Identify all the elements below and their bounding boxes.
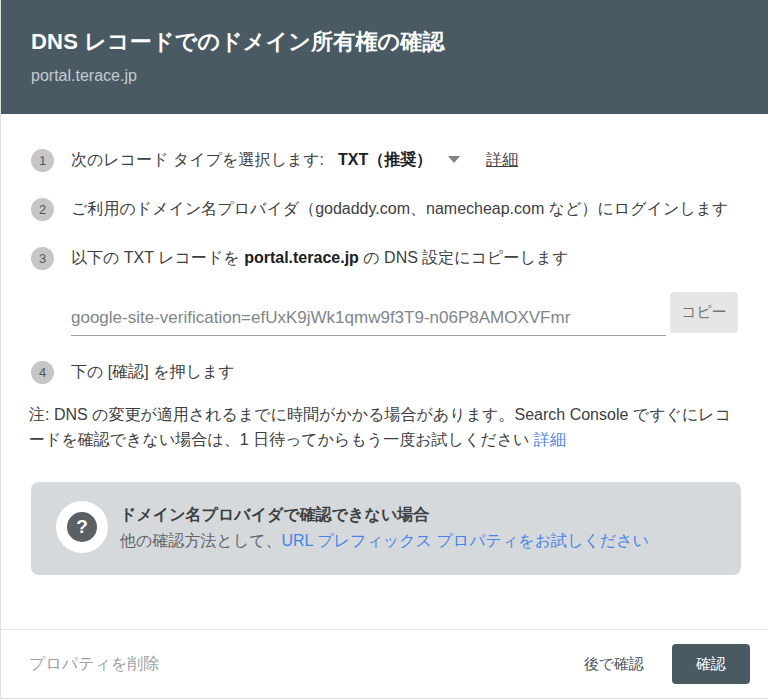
url-prefix-property-link[interactable]: URL プレフィックス プロパティをお試しください	[282, 532, 649, 549]
step-3-text-before: 以下の TXT レコードを	[71, 249, 244, 266]
note-text: 注: DNS の変更が適用されるまでに時間がかかる場合があります。Search …	[29, 406, 731, 448]
dns-propagation-note: 注: DNS の変更が適用されるまでに時間がかかる場合があります。Search …	[29, 402, 738, 452]
remove-property-button[interactable]: プロパティを削除	[29, 654, 159, 675]
txt-record-value[interactable]: google-site-verification=efUxK9jWk1qmw9f…	[71, 308, 666, 336]
dialog-footer: プロパティを削除 後で確認 確認	[1, 629, 768, 698]
question-mark-icon: ?	[67, 512, 97, 542]
step-3-text-row: 以下の TXT レコードを portal.terace.jp の DNS 設定に…	[71, 246, 569, 270]
record-type-selected-value: TXT（推奨）	[338, 151, 432, 168]
record-type-dropdown[interactable]: TXT（推奨）	[338, 151, 460, 168]
step-3-number-badge: 3	[31, 247, 54, 270]
step-1-text: 次のレコード タイプを選択します:	[71, 151, 324, 168]
dropdown-arrow-icon	[448, 156, 460, 163]
dns-verification-dialog: DNS レコードでのドメイン所有権の確認 portal.terace.jp 1 …	[0, 0, 768, 699]
step-4: 4 下の [確認] を押します	[31, 360, 738, 384]
step-3-text-after: の DNS 設定にコピーします	[359, 249, 569, 266]
verify-button[interactable]: 確認	[672, 644, 750, 684]
step-4-number-badge: 4	[31, 361, 54, 384]
help-box: ? ドメイン名プロバイダで確認できない場合 他の確認方法として、URL プレフィ…	[31, 482, 741, 575]
step-3: 3 以下の TXT レコードを portal.terace.jp の DNS 設…	[31, 246, 738, 270]
dialog-title: DNS レコードでのドメイン所有権の確認	[31, 27, 738, 57]
verify-later-button[interactable]: 後で確認	[580, 647, 648, 682]
step-1: 1 次のレコード タイプを選択します:TXT（推奨）詳細	[31, 148, 738, 172]
help-box-body-prefix: 他の確認方法として、	[120, 532, 282, 549]
copy-button[interactable]: コピー	[670, 292, 738, 333]
dialog-header: DNS レコードでのドメイン所有権の確認 portal.terace.jp	[1, 0, 768, 114]
step-4-text: 下の [確認] を押します	[71, 360, 235, 384]
help-box-title: ドメイン名プロバイダで確認できない場合	[120, 503, 649, 527]
step-2-text: ご利用のドメイン名プロバイダ（godaddy.com、namecheap.com…	[71, 197, 728, 221]
note-details-link[interactable]: 詳細	[534, 431, 566, 448]
help-box-text: ドメイン名プロバイダで確認できない場合 他の確認方法として、URL プレフィック…	[120, 501, 649, 553]
property-domain: portal.terace.jp	[31, 67, 738, 85]
help-icon: ?	[56, 501, 108, 553]
step-1-text-row: 次のレコード タイプを選択します:TXT（推奨）詳細	[71, 148, 518, 172]
step-2: 2 ご利用のドメイン名プロバイダ（godaddy.com、namecheap.c…	[31, 197, 738, 221]
txt-record-row: google-site-verification=efUxK9jWk1qmw9f…	[71, 292, 738, 336]
help-box-body: 他の確認方法として、URL プレフィックス プロパティをお試しください	[120, 529, 649, 553]
step-1-number-badge: 1	[31, 149, 54, 172]
step-2-number-badge: 2	[31, 198, 54, 221]
record-type-details-link[interactable]: 詳細	[486, 151, 518, 168]
step-3-domain: portal.terace.jp	[244, 249, 359, 266]
dialog-body: 1 次のレコード タイプを選択します:TXT（推奨）詳細 2 ご利用のドメイン名…	[1, 114, 768, 629]
